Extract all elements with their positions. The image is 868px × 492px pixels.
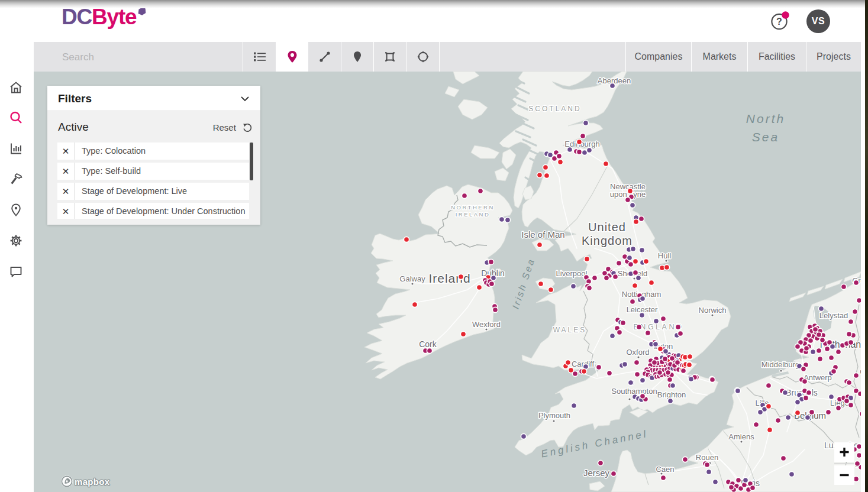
svg-text:Ou: Ou bbox=[860, 367, 861, 376]
svg-text:Brighton: Brighton bbox=[657, 390, 686, 399]
svg-text:United: United bbox=[588, 221, 626, 234]
svg-text:Oxford: Oxford bbox=[626, 348, 649, 357]
svg-text:Isle of Man: Isle of Man bbox=[521, 229, 564, 239]
svg-text:NORTHERN: NORTHERN bbox=[451, 204, 495, 211]
svg-text:?: ? bbox=[776, 17, 782, 27]
svg-text:Middelburg: Middelburg bbox=[761, 360, 799, 369]
svg-text:Amiens: Amiens bbox=[728, 432, 754, 441]
svg-text:Caen: Caen bbox=[656, 465, 674, 474]
svg-text:Antwerp: Antwerp bbox=[804, 373, 832, 382]
svg-text:WALES: WALES bbox=[553, 326, 587, 334]
svg-text:Hull: Hull bbox=[658, 251, 672, 260]
svg-text:North: North bbox=[746, 112, 785, 125]
svg-text:Wexford: Wexford bbox=[472, 320, 501, 329]
svg-text:Ireland: Ireland bbox=[428, 271, 470, 285]
svg-text:Galway: Galway bbox=[399, 274, 425, 283]
svg-text:Rouen: Rouen bbox=[696, 453, 718, 462]
svg-text:Sea: Sea bbox=[752, 130, 779, 144]
svg-text:Lelystad: Lelystad bbox=[819, 311, 848, 320]
svg-text:Plymouth: Plymouth bbox=[538, 411, 570, 420]
svg-text:Liverpool: Liverpool bbox=[556, 269, 588, 278]
svg-text:mapbox: mapbox bbox=[75, 477, 110, 487]
svg-text:Jersey: Jersey bbox=[583, 468, 610, 478]
svg-text:IRELAND: IRELAND bbox=[456, 211, 491, 218]
svg-text:Kingdom: Kingdom bbox=[582, 234, 633, 247]
svg-text:SCOTLAND: SCOTLAND bbox=[528, 105, 581, 113]
svg-text:Cork: Cork bbox=[419, 339, 437, 349]
svg-text:Norwich: Norwich bbox=[699, 306, 727, 315]
